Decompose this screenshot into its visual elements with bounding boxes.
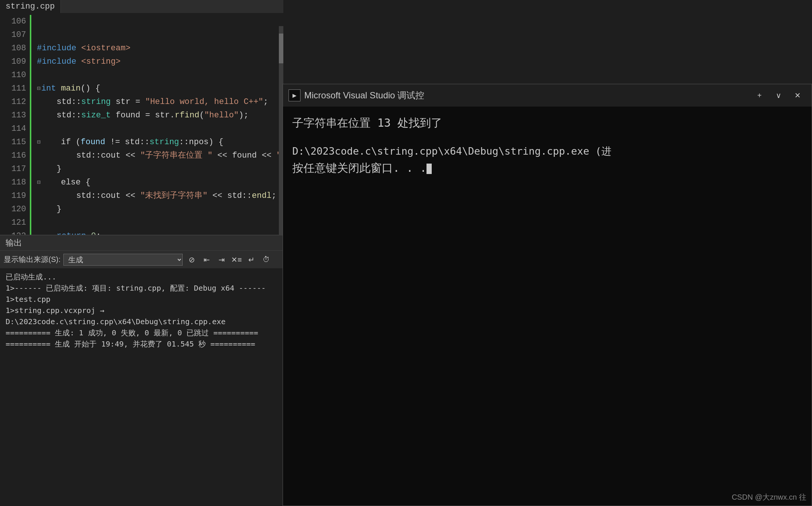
code-token: "子字符串在位置 " [140, 149, 213, 162]
code-line: #include <iostream> [37, 42, 283, 55]
output-line: 1>test.cpp [6, 294, 278, 305]
code-line: ⊟int main() { [37, 82, 283, 95]
output-title: 输出 [6, 237, 22, 249]
code-token [100, 82, 105, 95]
code-token: else { [41, 176, 91, 189]
code-token: <iostream> [81, 42, 130, 55]
code-token: return [37, 230, 91, 235]
indent-button[interactable]: ⇤ [201, 254, 213, 266]
clock-button[interactable]: ⏱ [260, 254, 272, 266]
code-token: found [81, 136, 105, 149]
code-line: } [37, 203, 283, 216]
output-line: 1>------ 已启动生成: 项目: string.cpp, 配置: Debu… [6, 282, 278, 294]
code-token: 0 [91, 230, 96, 235]
editor-tab[interactable]: string.cpp [0, 0, 61, 13]
code-line: std::size_t found = str.rfind("hello"); [37, 109, 283, 122]
code-token: std::cout << [37, 149, 140, 162]
code-token: "hello" [204, 109, 239, 122]
wrap-button[interactable]: ↵ [245, 254, 257, 266]
code-token: () { [81, 82, 100, 95]
code-token: std::cout << [37, 189, 140, 203]
code-token: found = str. [111, 109, 175, 122]
code-token: ); [239, 109, 248, 122]
code-token: string [81, 95, 111, 109]
output-line: 1>string.cpp.vcxproj → D:\2023code.c\str… [6, 305, 278, 327]
code-content[interactable]: #include <iostream>#include <string>⊟int… [31, 13, 283, 235]
code-token: std:: [37, 109, 81, 122]
code-token: <string> [81, 55, 121, 69]
line-number: 114 [0, 122, 26, 136]
line-number: 118 [0, 176, 26, 189]
output-line: ========== 生成 开始于 19:49, 并花费了 01.545 秒 =… [6, 338, 278, 350]
line-number: 107 [0, 28, 26, 42]
console-output-main: 子字符串在位置 13 处找到了 [292, 114, 802, 132]
line-number: 116 [0, 149, 26, 162]
code-token: string [150, 136, 179, 149]
code-token: endl [252, 189, 271, 203]
code-token: ; [271, 189, 276, 203]
output-line: ========== 生成: 1 成功, 0 失败, 0 最新, 0 已跳过 =… [6, 327, 278, 338]
clear-all-button[interactable]: ✕≡ [230, 254, 242, 266]
output-line: 已启动生成... [6, 271, 278, 282]
scrollbar-thumb[interactable] [279, 34, 283, 63]
line-number: 119 [0, 189, 26, 203]
console-plus-button[interactable]: + [751, 89, 768, 102]
line-number: 117 [0, 162, 26, 176]
console-line-3: 按任意键关闭此窗口. . . [292, 159, 802, 177]
code-token: #include [37, 42, 81, 55]
output-header: 输出 [0, 235, 283, 250]
line-number: 108 [0, 42, 26, 55]
console-path-area: D:\2023code.c\string.cpp\x64\Debug\strin… [292, 143, 802, 177]
code-token: "未找到子字符串" [140, 189, 207, 203]
collapse-icon[interactable]: ⊟ [37, 176, 41, 189]
code-token: npos [189, 136, 209, 149]
output-source-label: 显示输出来源(S): [4, 254, 60, 265]
console-close-button[interactable]: ✕ [789, 89, 806, 102]
code-token: << found << [213, 149, 277, 162]
code-token: :: [179, 136, 189, 149]
editor-area: string.cpp 10610710810911011111211311411… [0, 0, 283, 235]
code-token: str = [111, 95, 145, 109]
output-source-select[interactable]: 生成 [63, 254, 183, 266]
code-token: int [41, 82, 61, 95]
code-token: } [37, 203, 62, 216]
line-number: 113 [0, 109, 26, 122]
line-number: 115 [0, 136, 26, 149]
line-number: 110 [0, 69, 26, 82]
code-line: } [37, 162, 283, 176]
code-token: ) { [209, 136, 224, 149]
outdent-button[interactable]: ⇥ [215, 254, 227, 266]
clear-output-button[interactable]: ⊘ [186, 254, 198, 266]
code-token: size_t [81, 109, 111, 122]
code-line: std::string str = "Hello world, hello C+… [37, 95, 283, 109]
collapse-icon[interactable]: ⊟ [37, 136, 41, 149]
code-line [37, 15, 283, 28]
line-number: 122 [0, 230, 26, 235]
tab-bar: string.cpp [0, 0, 283, 13]
code-token: rfind [175, 109, 199, 122]
console-window: ▶ Microsoft Visual Studio 调试控 + ∨ ✕ 子字符串… [283, 84, 812, 506]
code-editor: 1061071081091101111121131141151161171181… [0, 13, 283, 235]
console-line-1: 子字符串在位置 13 处找到了 [292, 116, 442, 129]
code-token: "Hello world, hello C++" [145, 95, 263, 109]
output-content: 已启动生成...1>------ 已启动生成: 项目: string.cpp, … [0, 268, 283, 352]
console-title: Microsoft Visual Studio 调试控 [304, 89, 747, 101]
line-number: 106 [0, 15, 26, 28]
console-line-2: D:\2023code.c\string.cpp\x64\Debug\strin… [292, 143, 802, 159]
collapse-icon[interactable]: ⊟ [37, 82, 41, 95]
code-line: #include <string> [37, 55, 283, 69]
console-title-bar: ▶ Microsoft Visual Studio 调试控 + ∨ ✕ [283, 84, 812, 107]
code-line: ⊟ if (found != std::string::npos) { [37, 136, 283, 149]
code-line [37, 122, 283, 136]
line-numbers: 1061071081091101111121131141151161171181… [0, 13, 30, 235]
line-number: 120 [0, 203, 26, 216]
console-chevron-button[interactable]: ∨ [770, 89, 787, 102]
watermark: CSDN @大znwx.cn 往 [732, 492, 806, 502]
output-toolbar: 显示输出来源(S): 生成 ⊘ ⇤ ⇥ ✕≡ ↵ ⏱ [0, 250, 283, 268]
code-line [37, 69, 283, 82]
code-token: #include [37, 55, 81, 69]
code-line: std::cout << "子字符串在位置 " << found << " 处找… [37, 149, 283, 162]
output-panel: 输出 显示输出来源(S): 生成 ⊘ ⇤ ⇥ ✕≡ ↵ ⏱ 已启动生成...1>… [0, 235, 283, 506]
console-title-controls: + ∨ ✕ [751, 89, 806, 102]
tab-label: string.cpp [6, 2, 55, 11]
